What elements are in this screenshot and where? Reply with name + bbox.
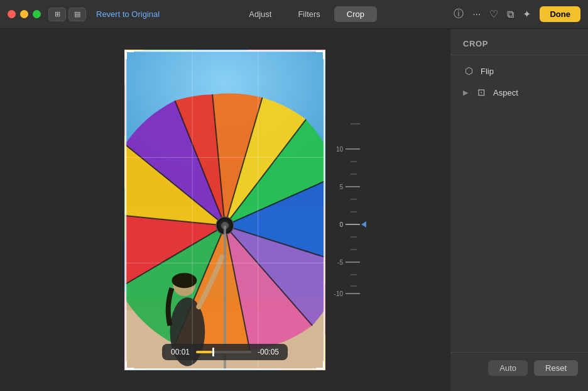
main-content: 10 5 0 (0, 29, 588, 391)
retouch-icon[interactable]: ✦ (523, 8, 531, 20)
sidebar-section-title: CROP (450, 36, 588, 55)
svg-text:-5: -5 (337, 259, 343, 266)
tab-adjust[interactable]: Adjust (236, 6, 284, 22)
duplicate-icon[interactable]: ⧉ (507, 9, 514, 20)
heart-icon[interactable]: ♡ (489, 8, 498, 20)
remaining-time: -00:05 (258, 348, 279, 356)
grid-view-button[interactable]: ⊞ (48, 8, 66, 21)
rotation-dial[interactable]: 10 5 0 (332, 118, 366, 302)
aspect-icon: ⊡ (476, 87, 487, 98)
photo (124, 50, 325, 370)
minimize-button[interactable] (20, 10, 28, 18)
sidebar: CROP ⬡ Flip ▶ ⊡ Aspect Auto Reset (450, 29, 588, 391)
filmstrip-view-button[interactable]: ▤ (68, 8, 86, 21)
timeline-scrubber[interactable] (196, 351, 251, 353)
sidebar-bottom: Auto Reset (450, 352, 588, 383)
more-icon[interactable]: ··· (472, 9, 481, 20)
svg-text:10: 10 (336, 146, 344, 153)
video-timeline: 00:01 -00:05 (162, 344, 288, 360)
sidebar-item-aspect[interactable]: ▶ ⊡ Aspect (450, 82, 588, 103)
sidebar-item-flip[interactable]: ⬡ Flip (450, 60, 588, 82)
info-icon[interactable]: ⓘ (454, 8, 464, 21)
auto-button[interactable]: Auto (488, 360, 528, 376)
svg-text:5: 5 (339, 184, 343, 190)
traffic-lights (8, 10, 41, 18)
expand-arrow-icon: ▶ (463, 89, 468, 97)
window-controls: ⊞ ▤ (48, 8, 86, 21)
flip-icon: ⬡ (463, 65, 474, 77)
fullscreen-button[interactable] (33, 10, 41, 18)
close-button[interactable] (8, 10, 16, 18)
tab-crop[interactable]: Crop (334, 6, 377, 22)
timeline-progress (196, 351, 212, 353)
current-time: 00:01 (171, 348, 190, 356)
svg-text:-10: -10 (334, 290, 344, 297)
done-button[interactable]: Done (540, 6, 580, 22)
nav-tabs: Adjust Filters Crop (236, 6, 377, 22)
svg-point-21 (172, 273, 197, 288)
image-wrapper[interactable]: 10 5 0 (124, 50, 325, 370)
titlebar: ⊞ ▤ Revert to Original Adjust Filters Cr… (0, 0, 588, 29)
umbrella-svg (125, 50, 325, 370)
svg-text:0: 0 (339, 221, 343, 228)
right-tools: ⓘ ··· ♡ ⧉ ✦ Done (454, 6, 580, 22)
svg-marker-33 (361, 221, 366, 228)
image-area: 10 5 0 (0, 29, 450, 391)
tab-filters[interactable]: Filters (285, 6, 332, 22)
revert-original-button[interactable]: Revert to Original (96, 9, 160, 19)
reset-button[interactable]: Reset (534, 360, 578, 376)
timeline-thumb[interactable] (212, 348, 214, 356)
aspect-label: Aspect (493, 88, 518, 97)
flip-label: Flip (481, 67, 494, 76)
